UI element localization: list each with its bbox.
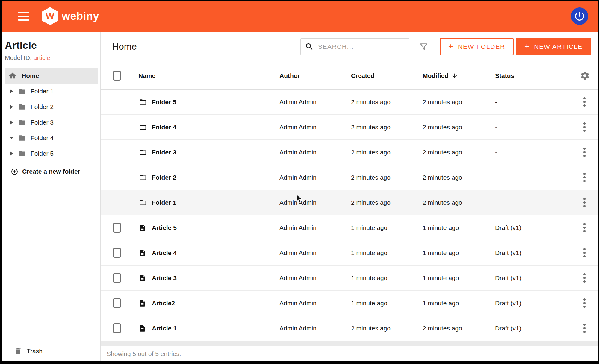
table-row-article-5[interactable]: Article 5 Admin Admin 1 minute ago 1 min… [101, 215, 598, 240]
sidebar-folder-item-folder-2[interactable]: Folder 2 [2, 99, 100, 115]
folder-label: Folder 1 [31, 88, 54, 95]
user-avatar[interactable] [571, 7, 588, 25]
row-checkbox[interactable] [113, 223, 121, 233]
row-menu-button[interactable] [580, 322, 589, 335]
sidebar-folder-item-folder-5[interactable]: Folder 5 [2, 146, 100, 161]
document-icon [138, 223, 146, 232]
row-author: Admin Admin [279, 124, 351, 131]
table-row-folder-3[interactable]: Folder 3 Admin Admin 2 minutes ago 2 min… [101, 140, 598, 165]
table-row-article2[interactable]: Article2 Admin Admin 1 minute ago 1 minu… [101, 291, 598, 316]
folder-label: Folder 2 [31, 103, 54, 110]
row-created: 1 minute ago [351, 224, 423, 231]
trash-button[interactable]: Trash [2, 341, 100, 361]
sidebar-item-home[interactable]: Home [5, 68, 98, 84]
row-menu-button[interactable] [580, 171, 589, 184]
folder-icon [18, 134, 27, 142]
row-menu-button[interactable] [580, 196, 589, 209]
row-name: Article 1 [152, 325, 279, 332]
folder-label: Folder 5 [31, 150, 54, 157]
row-modified: 2 minutes ago [423, 325, 495, 332]
table-row-folder-2[interactable]: Folder 2 Admin Admin 2 minutes ago 2 min… [101, 165, 598, 190]
table-row-folder-4[interactable]: Folder 4 Admin Admin 2 minutes ago 2 min… [101, 115, 598, 140]
row-name: Folder 5 [152, 98, 279, 106]
row-author: Admin Admin [279, 149, 351, 156]
row-menu-button[interactable] [580, 221, 589, 234]
row-name: Article2 [152, 300, 279, 307]
row-created: 2 minutes ago [351, 149, 423, 156]
folder-label: Folder 3 [31, 119, 54, 126]
model-id-link[interactable]: article [34, 54, 50, 61]
row-menu-button[interactable] [580, 297, 589, 310]
table-row-article-1[interactable]: Article 1 Admin Admin 2 minutes ago 2 mi… [101, 316, 598, 341]
row-menu-button[interactable] [580, 246, 589, 259]
row-created: 1 minute ago [351, 300, 423, 307]
row-author: Admin Admin [279, 300, 351, 307]
model-title: Article [5, 40, 97, 51]
webiny-hexagon-icon: W [42, 7, 58, 25]
table-row-article-3[interactable]: Article 3 Admin Admin 1 minute ago 1 min… [101, 266, 598, 291]
hamburger-menu-icon[interactable] [18, 12, 29, 21]
new-article-button[interactable]: + NEW ARTICLE [516, 38, 591, 55]
folder-icon [18, 103, 27, 111]
column-header-author[interactable]: Author [279, 72, 351, 79]
select-all-checkbox[interactable] [113, 71, 121, 81]
row-menu-button[interactable] [580, 272, 589, 284]
row-name: Folder 2 [152, 174, 279, 181]
content-header: Home + NEW FOLDER [101, 32, 598, 62]
folder-icon [18, 87, 27, 95]
row-status: - [495, 174, 580, 181]
caret-icon[interactable] [10, 151, 14, 156]
new-folder-button[interactable]: + NEW FOLDER [440, 38, 514, 55]
row-status: Draft (v1) [495, 274, 580, 282]
row-modified: 1 minute ago [423, 274, 495, 282]
filter-button[interactable] [419, 42, 429, 52]
table-settings-button[interactable] [580, 71, 598, 81]
webiny-logo[interactable]: W webiny [42, 7, 99, 25]
column-header-name[interactable]: Name [138, 72, 279, 79]
folder-icon [138, 123, 147, 131]
document-icon [138, 248, 146, 257]
filter-icon [419, 42, 429, 52]
sidebar-folder-item-folder-4[interactable]: Folder 4 [2, 130, 100, 146]
row-name: Article 5 [152, 224, 279, 231]
table-row-folder-1[interactable]: Folder 1 Admin Admin 2 minutes ago 2 min… [101, 190, 598, 215]
column-header-modified[interactable]: Modified [423, 72, 495, 79]
caret-icon[interactable] [10, 120, 14, 125]
create-folder-button[interactable]: Create a new folder [2, 163, 100, 180]
sidebar-folder-item-folder-1[interactable]: Folder 1 [2, 84, 100, 99]
search-icon [305, 42, 314, 51]
sidebar-folder-item-folder-3[interactable]: Folder 3 [2, 115, 100, 130]
search-input[interactable] [318, 43, 409, 50]
row-modified: 2 minutes ago [423, 149, 495, 156]
row-checkbox[interactable] [113, 273, 121, 283]
row-name: Folder 4 [152, 124, 279, 131]
row-status: - [495, 124, 580, 131]
row-menu-button[interactable] [580, 95, 589, 108]
folder-icon [138, 174, 147, 181]
column-header-created[interactable]: Created [351, 72, 423, 79]
row-author: Admin Admin [279, 224, 351, 231]
row-checkbox[interactable] [113, 323, 121, 333]
column-header-status[interactable]: Status [495, 72, 580, 79]
row-status: Draft (v1) [495, 325, 580, 332]
power-icon [574, 10, 586, 22]
row-modified: 2 minutes ago [423, 124, 495, 131]
row-author: Admin Admin [279, 325, 351, 332]
caret-icon[interactable] [10, 136, 14, 140]
table-row-folder-5[interactable]: Folder 5 Admin Admin 2 minutes ago 2 min… [101, 90, 598, 115]
row-checkbox[interactable] [113, 248, 121, 258]
row-menu-button[interactable] [580, 146, 589, 159]
webiny-app-window: W webiny Article Model ID: article [2, 1, 598, 361]
row-status: Draft (v1) [495, 224, 580, 231]
row-created: 2 minutes ago [351, 325, 423, 332]
caret-icon[interactable] [10, 104, 14, 109]
horizontal-scrollbar[interactable] [101, 341, 598, 346]
caret-icon[interactable] [10, 89, 14, 94]
folder-icon [138, 148, 147, 156]
row-menu-button[interactable] [580, 121, 589, 134]
row-created: 2 minutes ago [351, 98, 423, 106]
table-row-article-4[interactable]: Article 4 Admin Admin 1 minute ago 1 min… [101, 240, 598, 266]
row-checkbox[interactable] [113, 298, 121, 308]
entries-summary: Showing 5 out of 5 entries. [107, 350, 181, 357]
row-modified: 2 minutes ago [423, 199, 495, 206]
